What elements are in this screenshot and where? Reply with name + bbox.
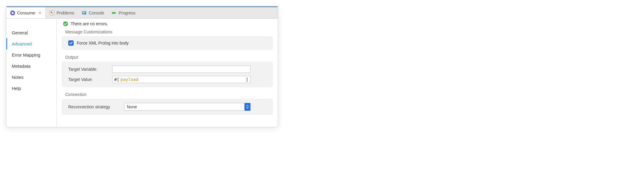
svg-point-9 — [63, 21, 68, 26]
section-title-connection: Connection — [65, 92, 273, 97]
target-variable-row: Target Variable: — [68, 66, 266, 73]
reconnection-select[interactable]: None — [124, 103, 250, 111]
status-row: There are no errors. — [62, 21, 273, 26]
sidebar-item-general[interactable]: General — [6, 27, 57, 38]
tab-consume-label: Consume — [17, 11, 35, 15]
force-xml-checkbox[interactable] — [68, 40, 74, 46]
reconnection-row: Reconnection strategy None — [68, 103, 266, 111]
tab-console-label: Console — [89, 11, 104, 15]
sidebar-item-label: General — [12, 30, 28, 35]
target-value-row: Target Value: #[ payload ] — [68, 76, 266, 83]
target-value-input[interactable]: #[ payload ] — [112, 76, 250, 83]
target-value-label: Target Value: — [68, 77, 107, 82]
sidebar-item-advanced[interactable]: Advanced — [6, 38, 57, 49]
section-message-customizations: Force XML Prolog into body — [62, 36, 273, 50]
sidebar-item-label: Advanced — [12, 41, 32, 46]
section-title-message-customizations: Message Customizations — [65, 29, 273, 34]
success-icon — [63, 21, 68, 26]
sidebar-item-label: Help — [12, 86, 21, 91]
tab-bar: Consume ✕ Problems Console Progress — [6, 7, 278, 19]
sidebar: General Advanced Error Mapping Metadata … — [6, 19, 57, 127]
close-icon[interactable]: ✕ — [38, 11, 42, 15]
status-text: There are no errors. — [71, 21, 108, 26]
tab-console[interactable]: Console — [78, 7, 108, 18]
svg-point-3 — [51, 11, 52, 13]
target-variable-label: Target Variable: — [68, 67, 107, 72]
force-xml-row: Force XML Prolog into body — [68, 40, 266, 46]
sidebar-item-error-mapping[interactable]: Error Mapping — [6, 49, 57, 60]
section-title-output: Output — [65, 55, 273, 60]
tab-problems[interactable]: Problems — [46, 7, 78, 18]
progress-icon — [111, 10, 117, 16]
expr-payload: payload — [121, 77, 246, 82]
content-area: General Advanced Error Mapping Metadata … — [6, 19, 278, 127]
config-window: Consume ✕ Problems Console Progress Gene… — [6, 6, 278, 127]
svg-point-4 — [52, 13, 53, 14]
tab-progress[interactable]: Progress — [108, 7, 139, 18]
svg-rect-7 — [83, 13, 84, 13]
force-xml-label: Force XML Prolog into body — [77, 41, 129, 45]
svg-rect-6 — [83, 12, 86, 12]
section-connection: Reconnection strategy None — [62, 99, 273, 115]
tab-progress-label: Progress — [118, 11, 135, 15]
chevron-up-down-icon — [244, 103, 250, 111]
svg-point-1 — [12, 12, 14, 14]
section-output: Target Variable: Target Value: #[ payloa… — [62, 61, 273, 87]
sidebar-item-notes[interactable]: Notes — [6, 72, 57, 83]
console-icon — [81, 10, 87, 16]
sidebar-item-help[interactable]: Help — [6, 83, 57, 94]
sidebar-item-label: Error Mapping — [12, 52, 40, 57]
svg-rect-8 — [112, 12, 115, 14]
expr-suffix: ] — [246, 77, 248, 82]
reconnection-value: None — [127, 104, 137, 109]
expr-prefix: #[ — [114, 77, 119, 82]
svg-rect-2 — [50, 11, 54, 15]
consume-icon — [10, 10, 15, 16]
sidebar-item-metadata[interactable]: Metadata — [6, 60, 57, 72]
sidebar-item-label: Notes — [12, 75, 23, 80]
problems-icon — [49, 10, 55, 16]
tab-consume[interactable]: Consume ✕ — [6, 7, 46, 18]
main-panel: There are no errors. Message Customizati… — [57, 19, 278, 127]
target-variable-input[interactable] — [112, 66, 250, 73]
reconnection-label: Reconnection strategy — [68, 104, 119, 109]
sidebar-item-label: Metadata — [12, 64, 31, 69]
tab-problems-label: Problems — [57, 11, 74, 15]
